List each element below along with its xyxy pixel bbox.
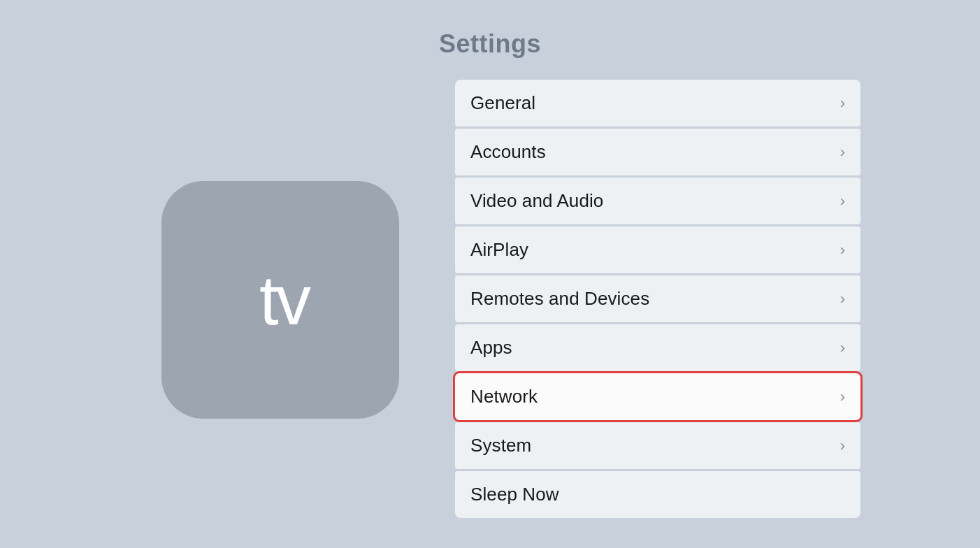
settings-label-airplay: AirPlay <box>470 239 528 261</box>
chevron-icon-apps: › <box>840 339 845 357</box>
page-title: Settings <box>439 29 541 59</box>
chevron-icon-accounts: › <box>840 143 845 161</box>
settings-label-video-audio: Video and Audio <box>470 190 603 212</box>
tv-text: tv <box>259 265 308 335</box>
settings-item-network[interactable]: Network› <box>455 373 860 420</box>
settings-item-apps[interactable]: Apps› <box>455 324 860 371</box>
apple-tv-logo: tv <box>161 181 399 419</box>
settings-label-sleep-now: Sleep Now <box>470 484 559 505</box>
settings-item-remotes-devices[interactable]: Remotes and Devices› <box>455 275 860 322</box>
settings-item-airplay[interactable]: AirPlay› <box>455 226 860 273</box>
settings-item-general[interactable]: General› <box>455 80 860 127</box>
settings-item-accounts[interactable]: Accounts› <box>455 129 860 175</box>
settings-label-accounts: Accounts <box>470 141 546 163</box>
chevron-icon-video-audio: › <box>840 192 845 210</box>
chevron-icon-general: › <box>840 94 845 113</box>
chevron-icon-airplay: › <box>840 241 845 259</box>
chevron-icon-network: › <box>840 388 845 406</box>
settings-list: General›Accounts›Video and Audio›AirPlay… <box>455 80 860 520</box>
chevron-icon-remotes-devices: › <box>840 290 845 308</box>
settings-item-system[interactable]: System› <box>455 422 860 469</box>
settings-label-system: System <box>470 435 531 456</box>
settings-item-video-audio[interactable]: Video and Audio› <box>455 178 860 224</box>
settings-item-sleep-now[interactable]: Sleep Now <box>455 471 860 518</box>
settings-label-network: Network <box>470 386 538 408</box>
settings-label-apps: Apps <box>470 337 512 359</box>
logo-content: tv <box>252 265 308 335</box>
chevron-icon-system: › <box>840 437 845 455</box>
settings-label-general: General <box>470 92 535 114</box>
settings-label-remotes-devices: Remotes and Devices <box>470 288 649 310</box>
main-content: tv General›Accounts›Video and Audio›AirP… <box>0 80 980 520</box>
